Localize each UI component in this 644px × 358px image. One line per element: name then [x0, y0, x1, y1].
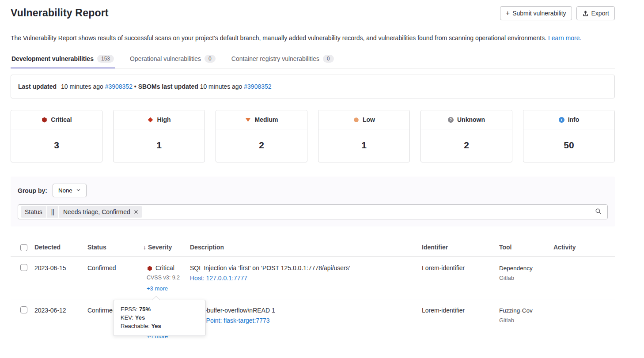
filter-token-field[interactable]: Status — [21, 206, 46, 218]
column-header-severity[interactable]: ↓ Severity — [143, 244, 190, 251]
severity-cell: Critical CVSS v3: 9.2 +3 more — [147, 257, 190, 299]
cvss-score: CVSS v3: 9.2 — [147, 274, 190, 282]
severity-card-low[interactable]: Low 1 — [318, 110, 410, 162]
page-header: Vulnerability Report + Submit vulnerabil… — [11, 7, 615, 20]
vulnerability-location-link[interactable]: Host: 127.0.0.1:7777 — [190, 274, 247, 283]
card-count: 2 — [216, 129, 307, 162]
tab-label: Development vulnerabilities — [11, 55, 94, 62]
pipeline-link[interactable]: #3908352 — [105, 83, 133, 90]
severity-scores-popover: EPSS: 75% KEV: Yes Reachable: Yes — [113, 300, 206, 336]
column-header-identifier[interactable]: Identifier — [422, 244, 499, 251]
card-label: Unknown — [457, 116, 485, 123]
column-header-activity[interactable]: Activity — [553, 244, 615, 251]
report-tabs: Development vulnerabilities 153 Operatio… — [11, 50, 615, 68]
search-button[interactable] — [589, 205, 607, 219]
filter-token-operator[interactable]: || — [47, 206, 58, 218]
filter-token-value-text: Needs triage, Confirmed — [63, 208, 130, 215]
column-header-status[interactable]: Status — [87, 244, 147, 251]
tool-name: Dependency — [499, 264, 553, 272]
chevron-down-icon — [76, 187, 81, 194]
severity-card-critical[interactable]: Critical 3 — [11, 110, 102, 162]
close-icon[interactable] — [134, 210, 138, 214]
column-header-severity-label: Severity — [148, 244, 172, 251]
more-scores-link[interactable]: +3 more — [147, 284, 168, 293]
severity-info-icon: i — [559, 117, 564, 123]
popover-reachable-line: Reachable: Yes — [121, 322, 198, 330]
filter-panel: Group by: None Status || Needs triage, C… — [11, 177, 615, 226]
severity-low-icon — [353, 117, 359, 123]
card-label: Critical — [51, 116, 72, 123]
group-by-value: None — [58, 187, 72, 194]
severity-label: Critical — [155, 264, 174, 272]
page-description: The Vulnerability Report shows results o… — [11, 34, 598, 42]
sbom-updated-label: SBOMs last updated — [138, 83, 198, 90]
row-checkbox[interactable] — [20, 306, 27, 313]
filtered-search-bar[interactable]: Status || Needs triage, Confirmed — [18, 204, 608, 219]
export-button[interactable]: Export — [576, 6, 615, 20]
tab-count-badge: 0 — [205, 55, 216, 63]
last-updated-banner: Last updated 10 minutes ago #3908352 • S… — [11, 75, 615, 98]
separator-dot: • — [134, 83, 136, 90]
filter-token: Status || Needs triage, Confirmed — [18, 205, 589, 219]
card-label: High — [157, 116, 170, 123]
learn-more-link[interactable]: Learn more. — [548, 34, 581, 41]
card-count: 3 — [11, 129, 102, 162]
page-title: Vulnerability Report — [11, 7, 109, 19]
severity-card-high[interactable]: High 1 — [113, 110, 205, 162]
severity-card-medium[interactable]: Medium 2 — [216, 110, 307, 162]
severity-medium-icon — [245, 117, 251, 123]
tool-cell: Fuzzing-Cov Gitlab — [499, 299, 553, 331]
card-count: 2 — [421, 129, 512, 162]
column-header-tool[interactable]: Tool — [499, 244, 553, 251]
column-header-description[interactable]: Description — [190, 244, 422, 251]
export-icon — [582, 10, 589, 17]
activity-cell — [553, 299, 615, 313]
identifier-cell: Lorem-identifier — [422, 257, 499, 279]
activity-cell — [553, 257, 615, 270]
group-by-label: Group by: — [18, 187, 47, 194]
last-updated-label: Last updated — [18, 83, 57, 90]
search-icon — [595, 208, 602, 216]
card-label: Medium — [255, 116, 278, 123]
filter-token-value[interactable]: Needs triage, Confirmed — [59, 206, 142, 218]
export-label: Export — [591, 10, 609, 17]
tab-count-badge: 0 — [323, 55, 334, 63]
detected-cell: 2023-06-15 — [34, 257, 87, 279]
tab-development-vulnerabilities[interactable]: Development vulnerabilities 153 — [11, 50, 115, 68]
tool-vendor: Gitlab — [499, 274, 553, 282]
tool-vendor: Gitlab — [499, 316, 553, 324]
detected-cell: 2023-06-12 — [34, 299, 87, 321]
row-checkbox[interactable] — [20, 264, 27, 271]
card-count: 50 — [523, 129, 614, 162]
submit-vulnerability-button[interactable]: + Submit vulnerability — [500, 6, 572, 20]
sbom-pipeline-link[interactable]: #3908352 — [244, 83, 271, 90]
tool-cell: Dependency Gitlab — [499, 257, 553, 288]
description-cell: SQL Injection via ‘first’ on ‘POST 125.0… — [190, 257, 422, 289]
submit-vulnerability-label: Submit vulnerability — [512, 10, 566, 17]
last-updated-time: 10 minutes ago — [61, 83, 103, 90]
table-row[interactable]: 2023-06-15 Confirmed Critical CVSS v3: 9… — [11, 257, 615, 299]
tab-label: Container registry vulnerabilities — [231, 55, 319, 62]
status-cell: Confirmed — [87, 257, 147, 279]
table-row[interactable]: 2023-06-12 Confirmed +4 more Heap-buffer… — [11, 299, 615, 349]
vulnerability-title[interactable]: Heap-buffer-overflow\nREAD 1 — [190, 306, 422, 315]
group-by-dropdown[interactable]: None — [53, 184, 87, 197]
select-all-checkbox[interactable] — [20, 244, 27, 251]
card-count: 1 — [114, 129, 205, 162]
severity-card-unknown[interactable]: ? Unknown 2 — [420, 110, 512, 162]
sort-descending-icon: ↓ — [143, 244, 146, 251]
severity-high-icon — [147, 117, 153, 123]
tool-name: Fuzzing-Cov — [499, 306, 553, 315]
severity-card-info[interactable]: i Info 50 — [523, 110, 615, 162]
severity-critical-icon — [147, 265, 153, 271]
tab-label: Operational vulnerabilities — [130, 55, 201, 62]
card-label: Low — [363, 116, 375, 123]
vulnerability-title[interactable]: SQL Injection via ‘first’ on ‘POST 125.0… — [190, 264, 422, 272]
tab-operational-vulnerabilities[interactable]: Operational vulnerabilities 0 — [129, 50, 216, 68]
description-cell: Heap-buffer-overflow\nREAD 1 Entry Point… — [190, 299, 422, 331]
tab-container-registry-vulnerabilities[interactable]: Container registry vulnerabilities 0 — [231, 50, 335, 68]
header-actions: + Submit vulnerability Export — [500, 6, 615, 20]
page-description-text: The Vulnerability Report shows results o… — [11, 34, 548, 41]
column-header-detected[interactable]: Detected — [34, 244, 87, 251]
popover-kev-line: KEV: Yes — [121, 313, 198, 322]
